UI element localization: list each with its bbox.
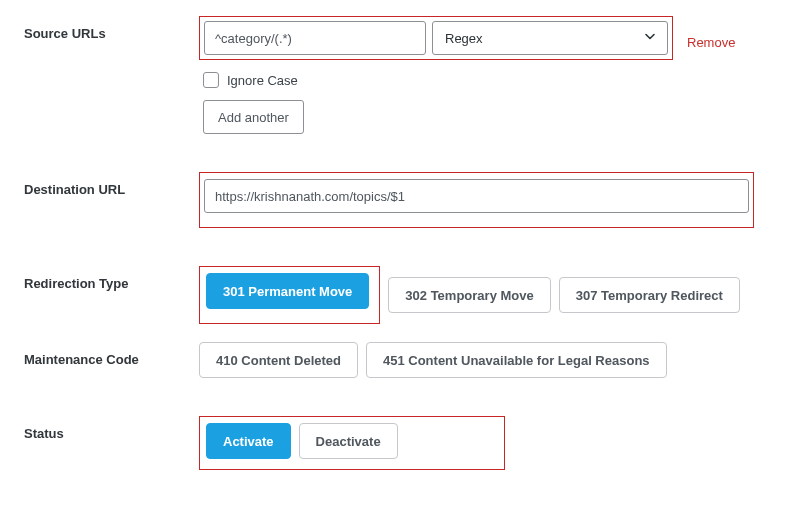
maintenance-option-410[interactable]: 410 Content Deleted bbox=[199, 342, 358, 378]
status-highlight: Activate Deactivate bbox=[199, 416, 505, 470]
source-urls-highlight: Regex bbox=[199, 16, 673, 60]
source-urls-label: Source URLs bbox=[24, 16, 199, 41]
destination-url-input[interactable] bbox=[204, 179, 749, 213]
ignore-case-checkbox[interactable] bbox=[203, 72, 219, 88]
destination-highlight bbox=[199, 172, 754, 228]
add-another-button[interactable]: Add another bbox=[203, 100, 304, 134]
match-type-select[interactable]: Regex bbox=[432, 21, 668, 55]
source-url-pattern-input[interactable] bbox=[204, 21, 426, 55]
status-deactivate-button[interactable]: Deactivate bbox=[299, 423, 398, 459]
remove-source-link[interactable]: Remove bbox=[687, 35, 735, 50]
redirection-option-307[interactable]: 307 Temporary Redirect bbox=[559, 277, 740, 313]
ignore-case-label: Ignore Case bbox=[227, 73, 298, 88]
redirection-option-302[interactable]: 302 Temporary Move bbox=[388, 277, 550, 313]
maintenance-option-451[interactable]: 451 Content Unavailable for Legal Reason… bbox=[366, 342, 667, 378]
maintenance-code-label: Maintenance Code bbox=[24, 342, 199, 367]
status-activate-button[interactable]: Activate bbox=[206, 423, 291, 459]
redirection-option-301[interactable]: 301 Permanent Move bbox=[206, 273, 369, 309]
status-label: Status bbox=[24, 416, 199, 441]
redirection-type-label: Redirection Type bbox=[24, 266, 199, 291]
destination-url-label: Destination URL bbox=[24, 172, 199, 197]
redirection-type-highlight: 301 Permanent Move bbox=[199, 266, 380, 324]
